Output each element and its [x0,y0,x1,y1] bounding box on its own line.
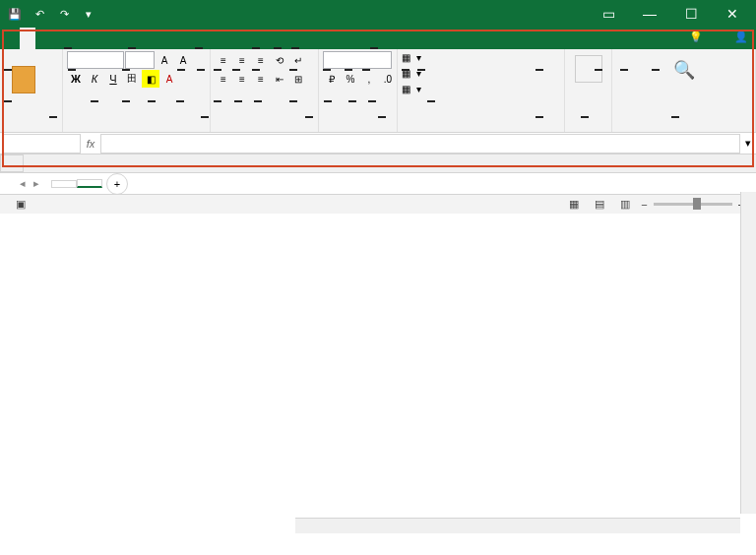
comma-icon[interactable]: , [360,70,378,88]
fill-color-icon[interactable]: ◧ [142,70,159,88]
status-bar: ▣ ▦ ▤ ▥ − + [0,194,756,214]
keytip [274,47,282,49]
sheet-nav-next-icon[interactable]: ▸ [33,177,39,190]
number-format-input[interactable] [323,51,392,69]
macro-record-icon[interactable]: ▣ [16,198,26,211]
keytip [252,69,260,71]
inc-dec-icon[interactable]: .0 [379,70,397,88]
tab-formulas[interactable] [67,28,83,49]
percent-icon[interactable]: % [342,70,359,88]
tab-insert[interactable] [35,28,51,49]
bold-icon[interactable]: Ж [67,70,85,88]
ribbon-options-icon[interactable]: ▭ [589,0,628,28]
page-break-icon[interactable]: ▥ [615,197,635,213]
align-bot-icon[interactable]: ≡ [252,51,270,69]
keytip [197,69,205,71]
sheet-tabs: ◂ ▸ + [0,172,756,194]
align-right-icon[interactable]: ≡ [252,70,270,88]
underline-icon[interactable]: Ч [104,70,122,88]
conditional-format-button[interactable]: ▦ ▾ [402,51,421,64]
sheet-tab-2[interactable] [77,179,102,188]
keytip [289,69,297,71]
keytip [368,100,376,102]
align-top-icon[interactable]: ≡ [215,51,232,69]
tab-help[interactable]: 💡 [681,28,711,49]
orientation-icon[interactable]: ⟲ [271,51,288,69]
keytip [362,69,370,71]
keytip [305,116,313,118]
decrease-font-icon[interactable]: A [174,51,192,69]
quick-access-toolbar: 💾 ↶ ↷ ▾ [4,3,99,25]
vertical-scrollbar[interactable] [740,192,756,514]
zoom-out-icon[interactable]: − [641,199,647,211]
fx-icon[interactable]: fx [81,138,100,150]
keytip [128,47,136,49]
horizontal-scrollbar[interactable] [295,518,740,533]
ribbon: A A Ж К Ч 田 ◧ A ≡ ≡ ≡ [0,49,756,133]
title-bar: 💾 ↶ ↷ ▾ ▭ — ☐ ✕ [0,0,756,28]
align-center-icon[interactable]: ≡ [233,70,251,88]
zoom-slider[interactable] [654,203,732,206]
tab-file[interactable] [4,28,20,49]
font-size-input[interactable] [125,51,155,69]
keytip [536,116,543,118]
name-box[interactable] [2,134,81,154]
keytip [64,47,72,49]
font-name-input[interactable] [67,51,124,69]
font-color-icon[interactable]: A [160,70,178,88]
redo-icon[interactable]: ↷ [53,3,75,25]
undo-icon[interactable]: ↶ [29,3,50,25]
tab-data[interactable] [83,28,98,49]
indent-dec-icon[interactable]: ⇤ [271,70,288,88]
find-icon[interactable]: 🔍 [673,59,695,81]
keytip [176,100,184,102]
border-icon[interactable]: 田 [123,70,141,88]
add-sheet-button[interactable]: + [106,173,128,195]
tab-home[interactable] [20,28,35,49]
keytip [595,69,602,71]
keytip [323,69,331,71]
formula-input[interactable] [100,134,740,154]
tab-developer[interactable] [130,28,146,49]
group-cells [569,128,607,130]
group-editing [616,128,751,130]
keytip [252,47,260,49]
keytip [214,100,221,102]
worksheet-grid [0,154,756,172]
close-icon[interactable]: ✕ [713,0,752,28]
increase-font-icon[interactable]: A [156,51,173,69]
page-layout-icon[interactable]: ▤ [590,197,609,213]
keytip [91,100,98,102]
keytip [177,69,185,71]
align-mid-icon[interactable]: ≡ [233,51,251,69]
keytip [4,100,12,102]
save-icon[interactable]: 💾 [4,3,26,25]
sheet-nav-prev-icon[interactable]: ◂ [20,177,26,190]
keytip [195,47,203,49]
keytip [620,69,628,71]
sheet-tab-1[interactable] [51,180,77,188]
tab-layout[interactable] [51,28,67,49]
keytip [234,100,242,102]
expand-formula-icon[interactable]: ▾ [740,137,756,150]
maximize-icon[interactable]: ☐ [671,0,711,28]
italic-icon[interactable]: К [86,70,103,88]
keytip [122,69,130,71]
tab-review[interactable] [98,28,114,49]
qat-dropdown-icon[interactable]: ▾ [78,3,99,25]
currency-icon[interactable]: ₽ [323,70,341,88]
merge-icon[interactable]: ⊞ [289,70,307,88]
minimize-icon[interactable]: — [630,0,669,28]
group-font [67,128,206,130]
keytip [348,100,356,102]
tab-share[interactable]: 👤 [726,28,756,49]
wrap-icon[interactable]: ↵ [289,51,307,69]
normal-view-icon[interactable]: ▦ [564,197,584,213]
align-left-icon[interactable]: ≡ [215,70,232,88]
keytip [536,69,543,71]
cell-styles-button[interactable]: ▦ ▾ [402,83,421,95]
select-all-corner[interactable] [0,154,24,172]
tab-view[interactable] [114,28,130,49]
keytip [402,69,410,71]
tab-signin[interactable] [711,28,726,49]
